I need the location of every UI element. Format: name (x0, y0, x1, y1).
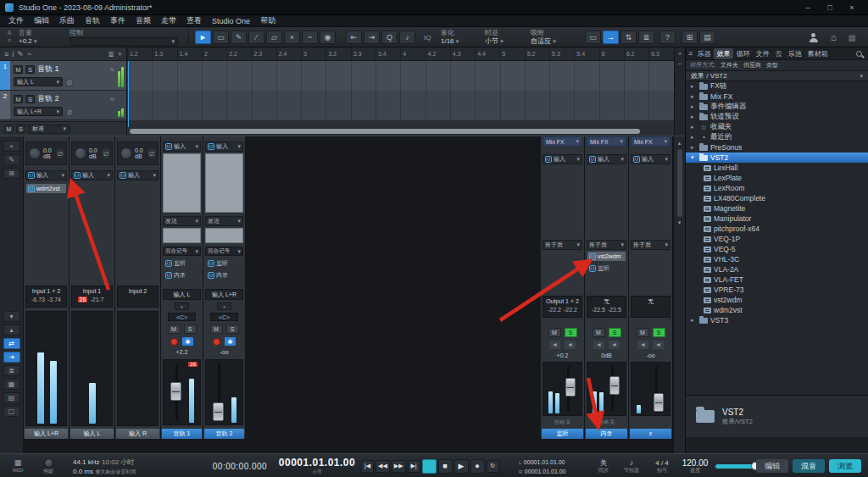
automation-mode[interactable]: 自动 关 (587, 419, 626, 426)
mixfx-header[interactable]: Mix FX▾ (542, 136, 582, 147)
fader-area[interactable]: 26 (163, 359, 201, 425)
sort-option[interactable]: 文件夹 (721, 61, 738, 69)
view-icon-button[interactable]: ▤ (699, 31, 715, 44)
cue-send[interactable]: U监听 (206, 258, 242, 268)
sends-panel[interactable] (163, 228, 201, 243)
layout-icon[interactable]: ≣ (108, 50, 114, 58)
browse-view-button[interactable]: 浏览 (829, 459, 861, 473)
pan-control[interactable]: <C> (210, 313, 238, 321)
browser-tab[interactable]: 效果 (714, 48, 733, 59)
tree-item[interactable]: ▸FX链 (686, 81, 868, 92)
monitor-icon[interactable]: ◄ (609, 341, 620, 349)
track-header-icon[interactable]: ≡ (4, 50, 8, 58)
mute-button[interactable]: M (14, 95, 23, 103)
menu-item[interactable]: 乐曲 (54, 15, 80, 26)
tree-item[interactable]: ▸◔最近的 (686, 132, 868, 142)
insert-slot-vst2wdm[interactable]: Uvst2wdm (587, 252, 626, 261)
gain-knob[interactable] (120, 147, 132, 159)
tool-button[interactable]: ◉ (320, 31, 336, 44)
power-icon[interactable]: U (589, 253, 596, 260)
monitor-icon[interactable]: ◄ (593, 341, 604, 349)
power-icon[interactable]: U (545, 156, 552, 163)
track-row[interactable]: 2 M S 音轨 2 ≈ 输入 L+R▾ ∅ (0, 91, 126, 120)
record-arm-button[interactable] (170, 338, 178, 346)
mixer-tool-icon[interactable]: ✎ (3, 154, 20, 165)
monitor-button[interactable]: ◉ (225, 337, 236, 346)
menu-item[interactable]: 编辑 (29, 15, 54, 26)
sort-option[interactable]: 供应商 (743, 61, 761, 69)
clip-indicator[interactable]: 26 (188, 362, 198, 367)
scroll-down-icon[interactable]: ▾ (678, 219, 682, 226)
io-select[interactable]: 输入 L+R (205, 289, 243, 300)
post-fader-header[interactable]: 推子后▾ (542, 240, 582, 250)
mixer-tool-icon[interactable]: ≣ (3, 365, 20, 376)
volume-fader[interactable] (565, 378, 576, 397)
mixer-input-channel[interactable]: 0.0 dB ∅ U 输入 ▾ Input 1 26-21.7 输入 L (70, 136, 115, 439)
quantize-select[interactable]: 量化 1/16 ▾ (441, 29, 459, 46)
monitor-icon[interactable]: ◄ (653, 341, 664, 349)
expander-icon[interactable]: ▸ (691, 93, 697, 100)
tree-item[interactable]: ▸轨道预设 (686, 112, 868, 122)
mixer-tool-icon[interactable]: ⇄ (3, 338, 20, 349)
solo-button[interactable]: S (609, 328, 621, 337)
monitor-icon[interactable]: ◄ (637, 341, 648, 349)
menu-item[interactable]: 音轨 (80, 15, 105, 26)
mute-button[interactable]: M (4, 125, 14, 133)
mute-button[interactable]: M (548, 328, 561, 337)
tool-button[interactable]: × (284, 31, 300, 44)
zoom-button[interactable]: + (678, 50, 682, 58)
menu-item[interactable]: 帮助 (255, 15, 281, 26)
channel-label[interactable]: x (630, 429, 671, 439)
volume-fader[interactable] (609, 376, 620, 395)
link-button[interactable]: x (175, 302, 189, 310)
browser-tab[interactable]: 文件 (753, 48, 772, 59)
channel-label[interactable]: 输入 L+R (25, 429, 68, 439)
close-button[interactable]: × (841, 0, 863, 15)
track-input-select[interactable]: 输入 L+R▾ (14, 107, 63, 116)
mixfx-header[interactable]: Mix FX▾ (631, 136, 670, 147)
power-icon[interactable]: U (589, 265, 596, 272)
fader-area[interactable] (587, 362, 626, 416)
loop-button[interactable] (422, 459, 437, 474)
plugin-item[interactable]: LX480Complete (686, 193, 868, 203)
solo-button[interactable]: S (16, 125, 25, 133)
add-track-button[interactable]: + (118, 50, 122, 58)
plugin-item[interactable]: LexRoom (686, 183, 868, 193)
stop-button[interactable]: ■ (438, 459, 453, 474)
power-icon[interactable]: U (74, 172, 81, 179)
solo-button[interactable]: S (184, 324, 197, 334)
menu-item[interactable]: 走带 (156, 15, 181, 26)
plugin-item[interactable]: Magnetite (686, 203, 868, 214)
input-header[interactable]: U输入▾ (542, 154, 582, 164)
maximize-button[interactable]: □ (819, 0, 841, 15)
plugin-item[interactable]: VEQ-5 (686, 244, 868, 254)
output-route-label[interactable]: 无 (631, 296, 670, 318)
send-destination[interactable]: 混合记号▾ (205, 247, 243, 256)
scroll-up-icon[interactable]: ▴ (678, 140, 682, 147)
expander-icon[interactable]: ▸ (691, 317, 697, 324)
loop-range-display[interactable]: L 00001.01.01.00 R 00001.01.01.00 (519, 454, 590, 477)
midi-indicator[interactable]: ▦ MIDI (5, 454, 31, 477)
expander-icon[interactable]: ▸ (691, 124, 697, 130)
control-link[interactable]: 控制 ▾ (70, 29, 180, 46)
fader-area[interactable] (205, 359, 243, 425)
gain-knob[interactable] (29, 147, 41, 159)
solo-button[interactable]: S (25, 65, 35, 74)
time-display[interactable]: 00:00:00.000 (207, 454, 273, 477)
automation-mode[interactable]: 自动 关 (542, 419, 582, 426)
input-header[interactable]: U输入▾ (163, 141, 201, 152)
mixer-scrollbar[interactable]: ▴ ▾ (673, 136, 685, 454)
power-icon[interactable]: U (28, 186, 35, 192)
pan-control[interactable]: <C> (168, 313, 196, 321)
channel-label[interactable]: 监听 (542, 429, 583, 439)
performance-indicator[interactable]: 性能 (36, 454, 61, 477)
io-select[interactable]: 输入 L (163, 289, 201, 300)
phase-button[interactable]: ∅ (65, 108, 74, 116)
rewind-button[interactable]: ◀◀ (376, 460, 390, 473)
power-icon[interactable]: U (165, 143, 172, 150)
solo-button[interactable]: S (25, 95, 35, 103)
snap-select[interactable]: 吸附 自适应 ▾ (531, 29, 556, 46)
expander-icon[interactable]: ▸ (691, 83, 697, 90)
mixfx-header[interactable]: Mix FX▾ (587, 136, 626, 147)
phase-button[interactable]: ∅ (148, 149, 155, 158)
